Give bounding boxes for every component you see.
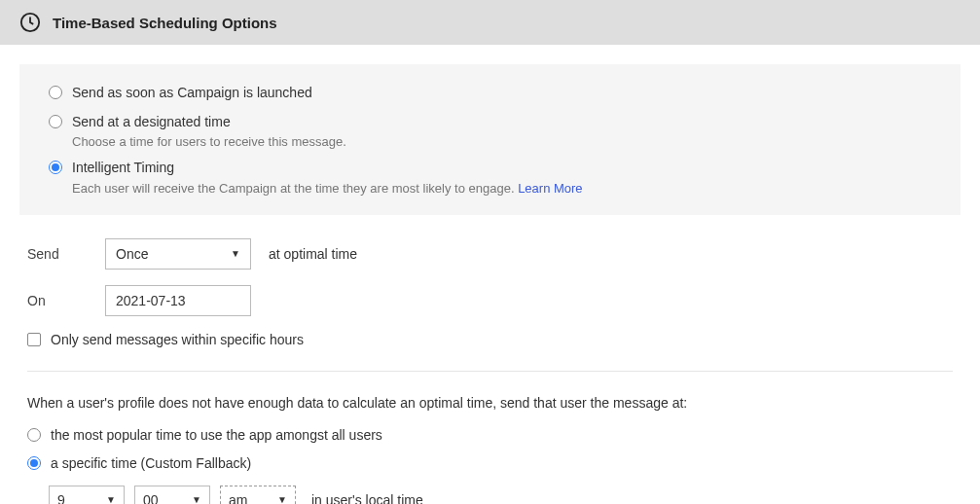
within-hours-row[interactable]: Only send messages within specific hours — [27, 332, 953, 347]
fallback-intro-text: When a user's profile does not have enou… — [27, 395, 953, 411]
schedule-type-group: Send as soon as Campaign is launched Sen… — [19, 64, 961, 215]
chevron-down-icon: ▼ — [277, 494, 287, 504]
option-label: a specific time (Custom Fallback) — [51, 454, 251, 474]
frequency-value: Once — [116, 246, 148, 262]
option-send-designated[interactable]: Send at a designated time Choose a time … — [49, 113, 931, 150]
on-date-row: On 2021-07-13 — [27, 285, 953, 316]
content-area: Send as soon as Campaign is launched Sen… — [0, 45, 980, 504]
date-input[interactable]: 2021-07-13 — [105, 285, 251, 316]
option-sublabel: Each user will receive the Campaign at t… — [72, 181, 583, 196]
timezone-text: in user's local time — [311, 492, 423, 504]
fallback-section: When a user's profile does not have enou… — [27, 395, 953, 504]
radio-intelligent-timing[interactable] — [49, 161, 62, 174]
on-label: On — [27, 293, 105, 308]
option-intelligent-timing[interactable]: Intelligent Timing Each user will receiv… — [49, 159, 931, 196]
header-bar: Time-Based Scheduling Options — [0, 0, 980, 45]
send-label: Send — [27, 246, 105, 262]
minute-value: 00 — [143, 492, 159, 504]
ampm-value: am — [229, 492, 247, 504]
frequency-select[interactable]: Once ▼ — [105, 238, 251, 270]
hour-select[interactable]: 9 ▼ — [49, 486, 125, 504]
send-frequency-row: Send Once ▼ at optimal time — [27, 238, 953, 270]
option-label: the most popular time to use the app amo… — [51, 426, 382, 446]
radio-send-on-launch[interactable] — [49, 86, 62, 99]
page-title: Time-Based Scheduling Options — [53, 15, 277, 31]
chevron-down-icon: ▼ — [231, 248, 240, 259]
radio-send-designated[interactable] — [49, 115, 62, 128]
chevron-down-icon: ▼ — [106, 494, 116, 504]
clock-icon — [19, 12, 41, 33]
chevron-down-icon: ▼ — [192, 494, 201, 504]
at-optimal-text: at optimal time — [269, 246, 357, 262]
option-label: Intelligent Timing — [72, 159, 583, 178]
option-label: Send as soon as Campaign is launched — [72, 84, 312, 103]
hour-value: 9 — [57, 492, 65, 504]
option-send-on-launch[interactable]: Send as soon as Campaign is launched — [49, 84, 931, 103]
minute-select[interactable]: 00 ▼ — [134, 486, 210, 504]
fallback-specific-option[interactable]: a specific time (Custom Fallback) — [27, 454, 953, 474]
option-sublabel: Choose a time for users to receive this … — [72, 134, 346, 149]
divider — [27, 371, 953, 372]
within-hours-checkbox[interactable] — [27, 333, 41, 346]
ampm-select[interactable]: am ▼ — [220, 486, 296, 504]
within-hours-label: Only send messages within specific hours — [51, 332, 304, 347]
fallback-popular-option[interactable]: the most popular time to use the app amo… — [27, 426, 953, 446]
date-value: 2021-07-13 — [116, 293, 186, 308]
fallback-time-pickers: 9 ▼ 00 ▼ am ▼ in user's local time — [49, 486, 953, 504]
option-label: Send at a designated time — [72, 113, 346, 132]
radio-fallback-specific[interactable] — [27, 456, 41, 470]
radio-fallback-popular[interactable] — [27, 428, 41, 442]
learn-more-link[interactable]: Learn More — [518, 181, 582, 196]
